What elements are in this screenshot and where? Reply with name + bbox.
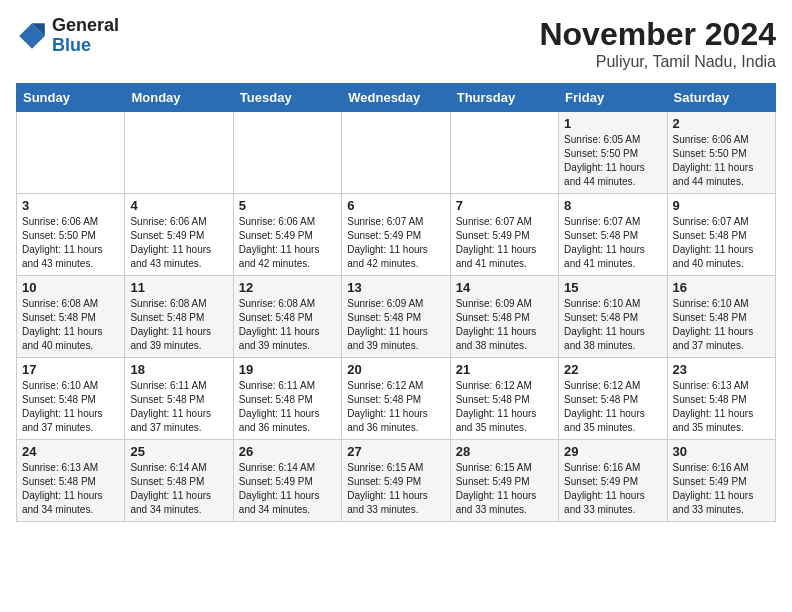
calendar-cell: 24Sunrise: 6:13 AMSunset: 5:48 PMDayligh… <box>17 440 125 522</box>
day-info: Sunrise: 6:08 AMSunset: 5:48 PMDaylight:… <box>239 297 336 353</box>
page-header: General Blue November 2024 Puliyur, Tami… <box>16 16 776 71</box>
day-info: Sunrise: 6:06 AMSunset: 5:49 PMDaylight:… <box>239 215 336 271</box>
day-number: 5 <box>239 198 336 213</box>
calendar-cell: 11Sunrise: 6:08 AMSunset: 5:48 PMDayligh… <box>125 276 233 358</box>
day-info: Sunrise: 6:10 AMSunset: 5:48 PMDaylight:… <box>22 379 119 435</box>
weekday-header: Wednesday <box>342 84 450 112</box>
day-info: Sunrise: 6:16 AMSunset: 5:49 PMDaylight:… <box>673 461 770 517</box>
day-info: Sunrise: 6:12 AMSunset: 5:48 PMDaylight:… <box>456 379 553 435</box>
calendar-cell: 2Sunrise: 6:06 AMSunset: 5:50 PMDaylight… <box>667 112 775 194</box>
day-info: Sunrise: 6:06 AMSunset: 5:49 PMDaylight:… <box>130 215 227 271</box>
day-number: 16 <box>673 280 770 295</box>
day-number: 7 <box>456 198 553 213</box>
day-info: Sunrise: 6:15 AMSunset: 5:49 PMDaylight:… <box>456 461 553 517</box>
day-info: Sunrise: 6:14 AMSunset: 5:48 PMDaylight:… <box>130 461 227 517</box>
day-info: Sunrise: 6:11 AMSunset: 5:48 PMDaylight:… <box>130 379 227 435</box>
logo-general: General <box>52 16 119 36</box>
logo-text: General Blue <box>52 16 119 56</box>
calendar-cell: 23Sunrise: 6:13 AMSunset: 5:48 PMDayligh… <box>667 358 775 440</box>
day-info: Sunrise: 6:08 AMSunset: 5:48 PMDaylight:… <box>130 297 227 353</box>
day-number: 30 <box>673 444 770 459</box>
calendar-week-row: 1Sunrise: 6:05 AMSunset: 5:50 PMDaylight… <box>17 112 776 194</box>
day-info: Sunrise: 6:13 AMSunset: 5:48 PMDaylight:… <box>673 379 770 435</box>
day-number: 22 <box>564 362 661 377</box>
day-number: 13 <box>347 280 444 295</box>
calendar-cell: 1Sunrise: 6:05 AMSunset: 5:50 PMDaylight… <box>559 112 667 194</box>
day-number: 11 <box>130 280 227 295</box>
day-info: Sunrise: 6:15 AMSunset: 5:49 PMDaylight:… <box>347 461 444 517</box>
day-info: Sunrise: 6:12 AMSunset: 5:48 PMDaylight:… <box>564 379 661 435</box>
calendar-cell <box>450 112 558 194</box>
calendar-cell: 15Sunrise: 6:10 AMSunset: 5:48 PMDayligh… <box>559 276 667 358</box>
calendar-cell: 25Sunrise: 6:14 AMSunset: 5:48 PMDayligh… <box>125 440 233 522</box>
day-number: 23 <box>673 362 770 377</box>
calendar-header-row: SundayMondayTuesdayWednesdayThursdayFrid… <box>17 84 776 112</box>
calendar-week-row: 10Sunrise: 6:08 AMSunset: 5:48 PMDayligh… <box>17 276 776 358</box>
calendar-cell: 22Sunrise: 6:12 AMSunset: 5:48 PMDayligh… <box>559 358 667 440</box>
weekday-header: Thursday <box>450 84 558 112</box>
page-subtitle: Puliyur, Tamil Nadu, India <box>539 53 776 71</box>
calendar-cell: 16Sunrise: 6:10 AMSunset: 5:48 PMDayligh… <box>667 276 775 358</box>
day-info: Sunrise: 6:09 AMSunset: 5:48 PMDaylight:… <box>456 297 553 353</box>
logo: General Blue <box>16 16 119 56</box>
calendar-cell <box>17 112 125 194</box>
calendar-week-row: 24Sunrise: 6:13 AMSunset: 5:48 PMDayligh… <box>17 440 776 522</box>
calendar-cell <box>125 112 233 194</box>
day-number: 12 <box>239 280 336 295</box>
weekday-header: Monday <box>125 84 233 112</box>
day-info: Sunrise: 6:07 AMSunset: 5:48 PMDaylight:… <box>673 215 770 271</box>
calendar-cell: 10Sunrise: 6:08 AMSunset: 5:48 PMDayligh… <box>17 276 125 358</box>
day-number: 25 <box>130 444 227 459</box>
day-number: 29 <box>564 444 661 459</box>
calendar-cell: 9Sunrise: 6:07 AMSunset: 5:48 PMDaylight… <box>667 194 775 276</box>
day-info: Sunrise: 6:07 AMSunset: 5:48 PMDaylight:… <box>564 215 661 271</box>
day-info: Sunrise: 6:05 AMSunset: 5:50 PMDaylight:… <box>564 133 661 189</box>
day-number: 15 <box>564 280 661 295</box>
day-info: Sunrise: 6:14 AMSunset: 5:49 PMDaylight:… <box>239 461 336 517</box>
weekday-header: Saturday <box>667 84 775 112</box>
day-number: 4 <box>130 198 227 213</box>
day-number: 14 <box>456 280 553 295</box>
day-number: 18 <box>130 362 227 377</box>
logo-blue: Blue <box>52 36 119 56</box>
day-info: Sunrise: 6:11 AMSunset: 5:48 PMDaylight:… <box>239 379 336 435</box>
day-number: 27 <box>347 444 444 459</box>
calendar-cell: 6Sunrise: 6:07 AMSunset: 5:49 PMDaylight… <box>342 194 450 276</box>
calendar-cell <box>342 112 450 194</box>
calendar-cell: 13Sunrise: 6:09 AMSunset: 5:48 PMDayligh… <box>342 276 450 358</box>
calendar-cell: 21Sunrise: 6:12 AMSunset: 5:48 PMDayligh… <box>450 358 558 440</box>
page-title: November 2024 <box>539 16 776 53</box>
calendar-cell: 14Sunrise: 6:09 AMSunset: 5:48 PMDayligh… <box>450 276 558 358</box>
weekday-header: Sunday <box>17 84 125 112</box>
day-info: Sunrise: 6:07 AMSunset: 5:49 PMDaylight:… <box>456 215 553 271</box>
calendar-cell: 30Sunrise: 6:16 AMSunset: 5:49 PMDayligh… <box>667 440 775 522</box>
calendar-cell: 17Sunrise: 6:10 AMSunset: 5:48 PMDayligh… <box>17 358 125 440</box>
calendar-cell: 19Sunrise: 6:11 AMSunset: 5:48 PMDayligh… <box>233 358 341 440</box>
calendar-cell: 8Sunrise: 6:07 AMSunset: 5:48 PMDaylight… <box>559 194 667 276</box>
weekday-header: Friday <box>559 84 667 112</box>
calendar-week-row: 17Sunrise: 6:10 AMSunset: 5:48 PMDayligh… <box>17 358 776 440</box>
day-number: 17 <box>22 362 119 377</box>
day-info: Sunrise: 6:10 AMSunset: 5:48 PMDaylight:… <box>564 297 661 353</box>
day-info: Sunrise: 6:06 AMSunset: 5:50 PMDaylight:… <box>673 133 770 189</box>
calendar-cell: 20Sunrise: 6:12 AMSunset: 5:48 PMDayligh… <box>342 358 450 440</box>
weekday-header: Tuesday <box>233 84 341 112</box>
calendar-cell: 18Sunrise: 6:11 AMSunset: 5:48 PMDayligh… <box>125 358 233 440</box>
calendar-cell: 4Sunrise: 6:06 AMSunset: 5:49 PMDaylight… <box>125 194 233 276</box>
day-number: 19 <box>239 362 336 377</box>
day-info: Sunrise: 6:16 AMSunset: 5:49 PMDaylight:… <box>564 461 661 517</box>
calendar-cell: 28Sunrise: 6:15 AMSunset: 5:49 PMDayligh… <box>450 440 558 522</box>
logo-icon <box>16 20 48 52</box>
day-info: Sunrise: 6:10 AMSunset: 5:48 PMDaylight:… <box>673 297 770 353</box>
day-number: 21 <box>456 362 553 377</box>
day-number: 9 <box>673 198 770 213</box>
calendar-cell: 29Sunrise: 6:16 AMSunset: 5:49 PMDayligh… <box>559 440 667 522</box>
calendar-cell <box>233 112 341 194</box>
calendar-cell: 5Sunrise: 6:06 AMSunset: 5:49 PMDaylight… <box>233 194 341 276</box>
day-number: 8 <box>564 198 661 213</box>
calendar-cell: 27Sunrise: 6:15 AMSunset: 5:49 PMDayligh… <box>342 440 450 522</box>
day-number: 20 <box>347 362 444 377</box>
day-number: 10 <box>22 280 119 295</box>
day-info: Sunrise: 6:06 AMSunset: 5:50 PMDaylight:… <box>22 215 119 271</box>
day-number: 28 <box>456 444 553 459</box>
